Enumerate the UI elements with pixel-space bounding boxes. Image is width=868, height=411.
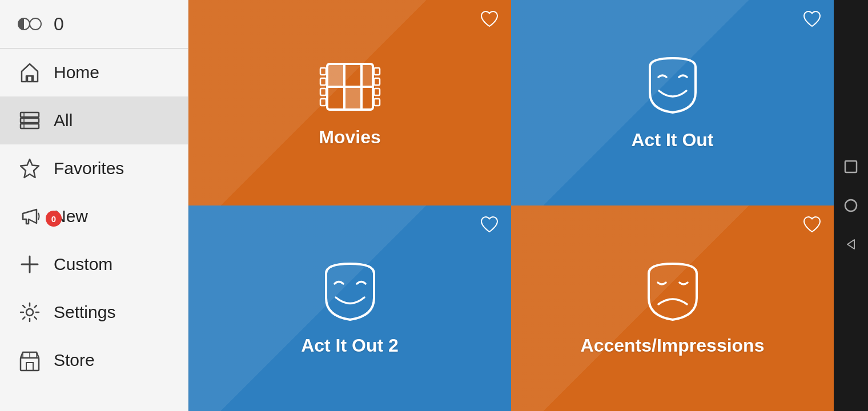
all-icon bbox=[16, 107, 43, 134]
card-act-it-out-label: Act It Out bbox=[632, 130, 714, 151]
android-home-button[interactable] bbox=[843, 198, 859, 213]
favorite-movies-button[interactable] bbox=[479, 9, 500, 31]
svg-rect-29 bbox=[374, 88, 380, 95]
sidebar-item-settings[interactable]: Settings bbox=[0, 288, 188, 336]
movies-icon bbox=[316, 58, 384, 118]
store-icon bbox=[16, 346, 43, 374]
card-accents-impressions[interactable]: Accents/Impressions bbox=[511, 206, 834, 411]
card-movies-label: Movies bbox=[319, 127, 380, 148]
svg-marker-9 bbox=[21, 159, 39, 178]
sidebar-item-custom-label: Custom bbox=[54, 255, 112, 274]
sidebar-item-home-label: Home bbox=[54, 63, 99, 82]
sidebar-item-store-label: Store bbox=[54, 350, 95, 370]
settings-icon bbox=[16, 299, 43, 326]
sidebar-item-all[interactable]: All bbox=[0, 96, 188, 144]
svg-rect-3 bbox=[21, 112, 39, 117]
sidebar-item-settings-label: Settings bbox=[54, 303, 115, 322]
svg-rect-24 bbox=[320, 78, 326, 85]
toggle-icon[interactable] bbox=[16, 10, 43, 38]
svg-rect-33 bbox=[363, 65, 372, 86]
sidebar-item-home[interactable]: Home bbox=[0, 49, 188, 96]
favorite-act-it-out-2-button[interactable] bbox=[479, 215, 500, 237]
new-badge: 0 bbox=[46, 211, 62, 227]
svg-rect-2 bbox=[27, 76, 32, 82]
sidebar-item-store[interactable]: Store bbox=[0, 336, 188, 384]
svg-rect-5 bbox=[21, 124, 39, 128]
svg-marker-36 bbox=[847, 240, 854, 249]
sidebar-item-favorites-label: Favorites bbox=[54, 159, 124, 178]
svg-rect-30 bbox=[374, 99, 380, 106]
android-back-button[interactable] bbox=[843, 236, 859, 252]
act-it-out-2-icon bbox=[316, 261, 384, 326]
svg-rect-26 bbox=[320, 99, 326, 106]
svg-rect-27 bbox=[374, 68, 380, 75]
card-act-it-out-2-label: Act It Out 2 bbox=[301, 335, 399, 356]
svg-rect-13 bbox=[21, 358, 39, 370]
svg-rect-4 bbox=[21, 118, 39, 123]
card-accents-impressions-label: Accents/Impressions bbox=[581, 335, 765, 356]
sidebar-item-favorites[interactable]: Favorites bbox=[0, 144, 188, 192]
act-it-out-icon bbox=[638, 55, 707, 120]
svg-rect-32 bbox=[345, 88, 360, 108]
favorite-accents-button[interactable] bbox=[802, 215, 822, 237]
svg-rect-34 bbox=[845, 161, 857, 172]
sidebar-header: 0 bbox=[0, 0, 188, 49]
custom-icon bbox=[16, 251, 43, 278]
svg-point-12 bbox=[26, 309, 33, 316]
svg-rect-31 bbox=[328, 65, 343, 86]
new-icon: 0 bbox=[16, 203, 43, 230]
accents-impressions-icon bbox=[638, 261, 707, 326]
svg-point-35 bbox=[845, 200, 857, 211]
android-square-button[interactable] bbox=[843, 159, 859, 175]
card-act-it-out[interactable]: Act It Out bbox=[511, 0, 834, 206]
svg-rect-25 bbox=[320, 88, 326, 95]
favorite-act-it-out-button[interactable] bbox=[802, 9, 822, 31]
card-movies[interactable]: Movies bbox=[188, 0, 511, 206]
sidebar-item-new[interactable]: 0 New bbox=[0, 192, 188, 240]
svg-rect-28 bbox=[374, 78, 380, 85]
android-nav-bar bbox=[834, 0, 868, 411]
svg-point-1 bbox=[30, 18, 41, 30]
sidebar: 0 Home All bbox=[0, 0, 188, 411]
sidebar-item-custom[interactable]: Custom bbox=[0, 240, 188, 288]
svg-rect-15 bbox=[26, 362, 33, 370]
svg-rect-23 bbox=[320, 68, 326, 75]
home-icon bbox=[16, 59, 43, 86]
favorites-icon bbox=[16, 155, 43, 182]
card-act-it-out-2[interactable]: Act It Out 2 bbox=[188, 206, 511, 411]
sidebar-counter: 0 bbox=[54, 14, 64, 35]
sidebar-item-all-label: All bbox=[54, 111, 73, 130]
main-grid: Movies Act It Out bbox=[188, 0, 834, 411]
